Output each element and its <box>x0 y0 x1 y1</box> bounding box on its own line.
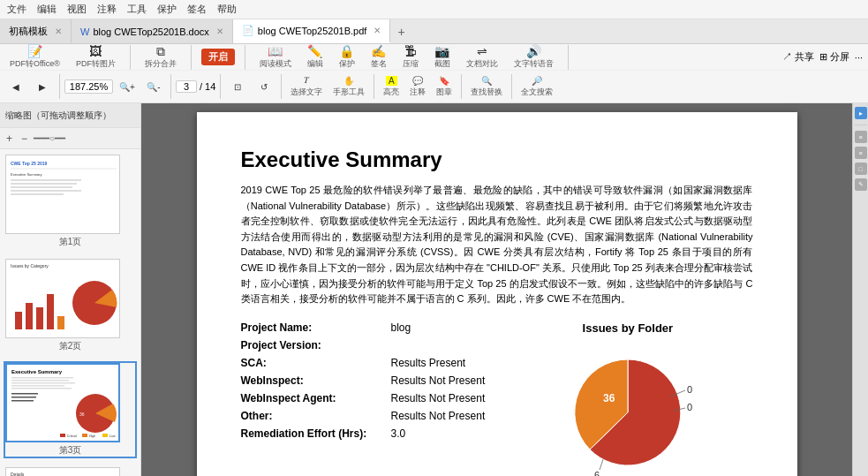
menu-tools[interactable]: 工具 <box>127 3 147 16</box>
svg-rect-7 <box>11 190 81 192</box>
menu-help[interactable]: 帮助 <box>217 3 237 16</box>
highlight-btn[interactable]: A高亮 <box>379 73 404 101</box>
toolbar-more[interactable]: ··· <box>855 52 863 63</box>
sep9 <box>374 74 374 99</box>
toolbar-open-btn[interactable]: 开启 <box>201 49 235 65</box>
info-row-project-version: Project Version: <box>241 339 486 351</box>
toolbar-split-view[interactable]: ⊞ 分屏 <box>819 50 849 64</box>
select-text-icon: 𝑇 <box>304 75 309 86</box>
tab-pdf[interactable]: 📄 blog CWETop25201B.pdf ✕ <box>233 19 391 43</box>
zoom-out-btn[interactable]: 🔍- <box>141 79 166 94</box>
svg-text:Low: Low <box>109 434 116 438</box>
zoom-in-btn[interactable]: 🔍+ <box>115 79 140 94</box>
info-row-webinspect-agent: WebInspect Agent: Results Not Present <box>241 392 486 404</box>
pdf-viewer[interactable]: Executive Summary 2019 CWE Top 25 最危险的软件… <box>141 103 852 476</box>
fulltext-search-btn[interactable]: 🔎全文搜索 <box>517 73 557 101</box>
page3-svg: Executive Summary 36 <box>7 365 118 441</box>
sidebar-toolbar: + − ━━━○━━ <box>0 128 140 149</box>
sidebar-pages: CWE Top 25 2019 Executive Summary 第1页 <box>0 149 140 476</box>
zoom-input[interactable] <box>64 79 113 94</box>
stamp-btn[interactable]: 🔖图章 <box>432 73 457 101</box>
sidebar-title: 缩略图（可拖动调整顺序） <box>5 110 111 122</box>
menu-edit[interactable]: 编辑 <box>37 3 57 16</box>
toolbar-container: 📝 PDF转Office® 🖼 PDF转图片 ⧉ 拆分合并 开启 📖 阅读模式 … <box>0 44 868 103</box>
page-thumb-4[interactable]: Details 第4页 <box>4 465 137 476</box>
protect-icon: 🔒 <box>339 45 354 57</box>
svg-line-46 <box>600 459 603 470</box>
toolbar-pdf-to-office[interactable]: 📝 PDF转Office® <box>5 42 64 72</box>
menu-view[interactable]: 视图 <box>67 3 87 16</box>
toolbar-row2: ◀ ▶ 🔍+ 🔍- / 14 ⊡ ↺ 𝑇选择文字 ✋手形工具 A高亮 💬注释 🔖… <box>0 71 868 102</box>
tab-docx-close[interactable]: ✕ <box>216 26 223 36</box>
tab-docx-icon: W <box>80 26 89 37</box>
svg-rect-20 <box>11 380 69 382</box>
svg-text:6: 6 <box>594 470 600 476</box>
doc-compare-icon: ⇌ <box>477 45 487 57</box>
right-panel-btn4[interactable]: □ <box>855 162 867 175</box>
right-panel-divider <box>855 125 867 125</box>
chart-title: Issues by Folder <box>583 321 674 335</box>
menu-sign[interactable]: 签名 <box>187 3 207 16</box>
sep2 <box>191 45 192 70</box>
right-panel-btn5[interactable]: ✎ <box>855 178 867 191</box>
svg-rect-22 <box>11 385 64 387</box>
toolbar-edit[interactable]: ✏️ 编辑 <box>303 42 328 72</box>
svg-rect-4 <box>11 179 81 181</box>
toolbar-pdf-to-image[interactable]: 🖼 PDF转图片 <box>72 42 120 72</box>
toolbar-share[interactable]: ↗ 共享 <box>782 50 814 64</box>
new-tab-button[interactable]: + <box>390 19 411 43</box>
menu-file[interactable]: 文件 <box>7 3 26 16</box>
menu-protect[interactable]: 保护 <box>157 3 177 16</box>
find-replace-btn[interactable]: 🔍查找替换 <box>466 73 507 101</box>
toolbar-tts[interactable]: 🔊 文字转语音 <box>509 42 558 72</box>
nav-prev-btn[interactable]: ◀ <box>4 79 28 94</box>
svg-rect-23 <box>11 388 72 389</box>
right-panel-btn3[interactable]: ≡ <box>855 147 867 159</box>
toolbar-read-mode[interactable]: 📖 阅读模式 <box>255 42 296 72</box>
svg-rect-31 <box>82 434 87 437</box>
comment-btn[interactable]: 💬注释 <box>405 73 430 101</box>
page-thumb-3[interactable]: Executive Summary 36 <box>4 361 137 458</box>
sidebar-zoom-out[interactable]: − <box>19 132 30 146</box>
page4-svg: Details <box>6 467 119 476</box>
toolbar-doc-compare[interactable]: ⇌ 文档对比 <box>462 42 502 72</box>
sep4 <box>568 45 569 70</box>
page-thumb-1[interactable]: CWE Top 25 2019 Executive Summary 第1页 <box>4 153 137 250</box>
chart-area: Issues by Folder 36 <box>502 321 752 476</box>
toolbar-compress[interactable]: 🗜 压缩 <box>398 42 423 72</box>
split-merge-icon: ⧉ <box>156 45 165 57</box>
page-number-input[interactable] <box>176 80 197 93</box>
tab-template-close[interactable]: ✕ <box>55 26 62 36</box>
svg-text:Critical: Critical <box>67 434 77 438</box>
info-row-sca: SCA: Results Present <box>241 357 486 369</box>
value-sca: Results Present <box>391 357 466 369</box>
pdf-body-text: 2019 CWE Top 25 最危险的软件错误列举了最普遍、最危险的缺陷，其中… <box>241 183 753 307</box>
info-table: Project Name: blog Project Version: SCA:… <box>241 321 753 476</box>
toolbar-protect[interactable]: 🔒 保护 <box>335 42 359 72</box>
toolbar-screenshot[interactable]: 📷 截图 <box>430 42 455 72</box>
right-panel-btn2[interactable]: ≡ <box>855 131 867 143</box>
menu-annotate[interactable]: 注释 <box>97 3 117 16</box>
nav-next-btn[interactable]: ▶ <box>30 79 55 94</box>
svg-rect-19 <box>11 377 73 379</box>
toolbar-split-merge[interactable]: ⧉ 拆分合并 <box>140 42 181 72</box>
value-other: Results Not Present <box>391 410 486 422</box>
fit-page-btn[interactable]: ⊡ <box>225 79 250 94</box>
menu-bar: 文件 编辑 视图 注释 工具 保护 签名 帮助 <box>0 0 868 19</box>
tab-pdf-close[interactable]: ✕ <box>374 26 381 35</box>
page-thumb-2[interactable]: Issues by Category 第2页 <box>4 257 137 354</box>
tab-docx[interactable]: W blog CWETop25201B.docx ✕ <box>72 19 233 43</box>
toolbar-sign[interactable]: ✍ 签名 <box>366 42 391 72</box>
tab-docx-label: blog CWETop25201B.docx <box>93 26 208 37</box>
svg-rect-33 <box>102 434 108 437</box>
svg-text:Issues by Category: Issues by Category <box>11 263 49 268</box>
hand-tool-btn[interactable]: ✋手形工具 <box>328 73 369 101</box>
rotate-btn[interactable]: ↺ <box>252 79 276 94</box>
tab-template[interactable]: 初稿模板 ✕ <box>0 19 72 43</box>
fulltext-search-icon: 🔎 <box>532 76 542 86</box>
right-panel-btn1[interactable]: ▸ <box>855 107 867 119</box>
value-webinspect: Results Not Present <box>391 374 486 387</box>
select-text-btn[interactable]: 𝑇选择文字 <box>286 72 327 101</box>
sidebar-zoom-in[interactable]: + <box>4 132 15 146</box>
page-separator: / <box>200 81 202 92</box>
